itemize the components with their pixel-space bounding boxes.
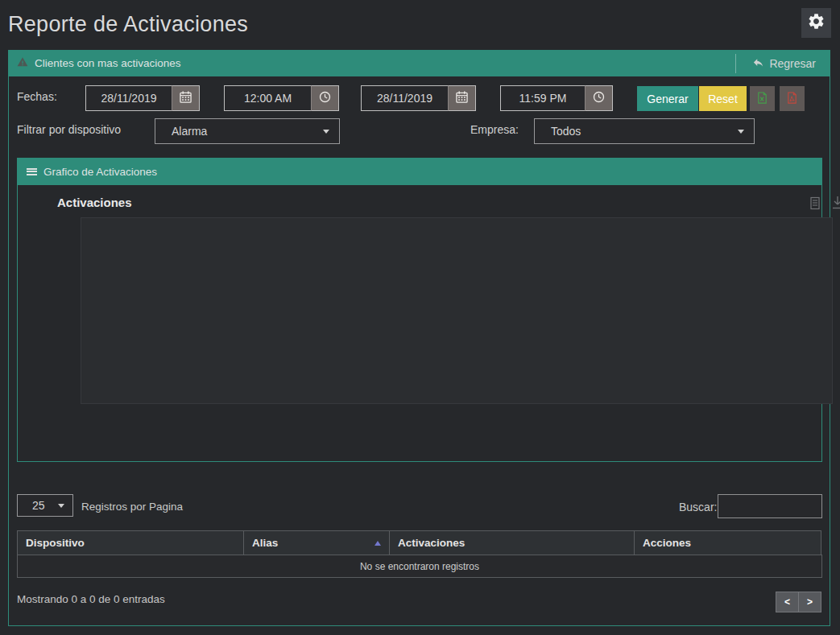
settings-button[interactable] xyxy=(801,8,831,38)
entries-summary: Mostrando 0 a 0 de 0 entradas xyxy=(17,593,165,605)
column-header-dispositivo[interactable]: Dispositivo xyxy=(17,530,244,555)
chart-panel-title: Grafico de Activaciones xyxy=(43,166,157,178)
device-select[interactable]: Alarma xyxy=(155,118,340,144)
page-size-label: Registros por Pagina xyxy=(81,501,183,513)
panel-body: Fechas: xyxy=(8,76,830,626)
time-to-clock-button[interactable] xyxy=(585,85,613,111)
report-panel: Clientes con mas activaciones Regresar F… xyxy=(8,50,830,626)
header-divider xyxy=(735,54,736,73)
clipped-export-icon[interactable] xyxy=(831,196,840,213)
column-label: Alias xyxy=(252,537,278,549)
chevron-down-icon xyxy=(738,130,744,134)
page-size-select[interactable]: 25 xyxy=(17,494,73,517)
generate-button[interactable]: Generar xyxy=(637,86,698,111)
company-select[interactable]: Todos xyxy=(534,118,755,144)
warning-icon xyxy=(17,56,28,70)
panel-title: Clientes con mas activaciones xyxy=(35,57,181,69)
time-from-input[interactable] xyxy=(224,85,311,111)
chart-panel: Grafico de Activaciones Activaciones xyxy=(17,158,822,462)
chart-export-icon[interactable] xyxy=(809,196,821,213)
previous-page-button[interactable]: < xyxy=(776,592,799,612)
column-header-acciones[interactable]: Acciones xyxy=(634,530,821,555)
dates-label: Fechas: xyxy=(17,90,57,103)
time-to-input[interactable] xyxy=(500,85,585,111)
export-excel-button[interactable] xyxy=(750,86,775,111)
reset-button[interactable]: Reset xyxy=(699,86,747,111)
activations-report-page: Reporte de Activaciones Clientes con mas… xyxy=(0,0,840,635)
clock-icon xyxy=(593,91,605,106)
table-header-row: Dispositivo Alias Activaciones Acciones xyxy=(17,530,822,555)
sort-asc-icon xyxy=(374,541,381,546)
column-label: Dispositivo xyxy=(26,537,85,549)
date-to-group xyxy=(361,85,476,111)
pdf-file-icon xyxy=(786,92,798,106)
empty-table-message: No se encontraron registros xyxy=(17,555,822,578)
date-from-group xyxy=(85,85,200,111)
date-to-calendar-button[interactable] xyxy=(448,85,476,111)
gear-icon xyxy=(807,12,826,34)
back-arrow-icon xyxy=(752,56,764,71)
search-label: Buscar: xyxy=(679,501,717,513)
results-table: Dispositivo Alias Activaciones Acciones … xyxy=(17,530,822,578)
pagination: < > xyxy=(776,592,821,612)
chevron-down-icon xyxy=(323,130,329,134)
device-select-value: Alarma xyxy=(172,125,207,138)
column-label: Activaciones xyxy=(398,537,465,549)
date-to-input[interactable] xyxy=(361,85,448,111)
page-size-value: 25 xyxy=(32,499,45,512)
device-filter-label: Filtrar por dispositivo xyxy=(17,123,121,136)
company-label: Empresa: xyxy=(470,123,519,136)
chart-panel-header: Grafico de Activaciones xyxy=(17,158,822,185)
export-pdf-button[interactable] xyxy=(780,86,805,111)
back-button[interactable]: Regresar xyxy=(747,56,816,71)
column-label: Acciones xyxy=(643,537,691,549)
calendar-icon xyxy=(180,91,192,106)
chart-title: Activaciones xyxy=(57,196,132,209)
panel-header: Clientes con mas activaciones Regresar xyxy=(8,50,830,76)
chart-area: Activaciones xyxy=(17,185,822,462)
search-input[interactable] xyxy=(718,494,822,518)
date-from-input[interactable] xyxy=(85,85,172,111)
company-select-value: Todos xyxy=(551,125,581,138)
excel-file-icon xyxy=(756,92,768,106)
next-page-button[interactable]: > xyxy=(798,592,821,612)
column-header-alias[interactable]: Alias xyxy=(243,530,390,555)
time-to-group xyxy=(500,85,613,111)
page-title: Reporte de Activaciones xyxy=(8,12,248,37)
menu-icon xyxy=(27,168,37,175)
date-from-calendar-button[interactable] xyxy=(172,85,200,111)
time-from-clock-button[interactable] xyxy=(311,85,339,111)
column-header-activaciones[interactable]: Activaciones xyxy=(389,530,635,555)
time-from-group xyxy=(224,85,339,111)
clock-icon xyxy=(319,91,331,106)
back-label: Regresar xyxy=(769,57,816,70)
calendar-icon xyxy=(456,91,468,106)
chevron-down-icon xyxy=(58,504,64,508)
chart-plot-area xyxy=(81,217,833,404)
